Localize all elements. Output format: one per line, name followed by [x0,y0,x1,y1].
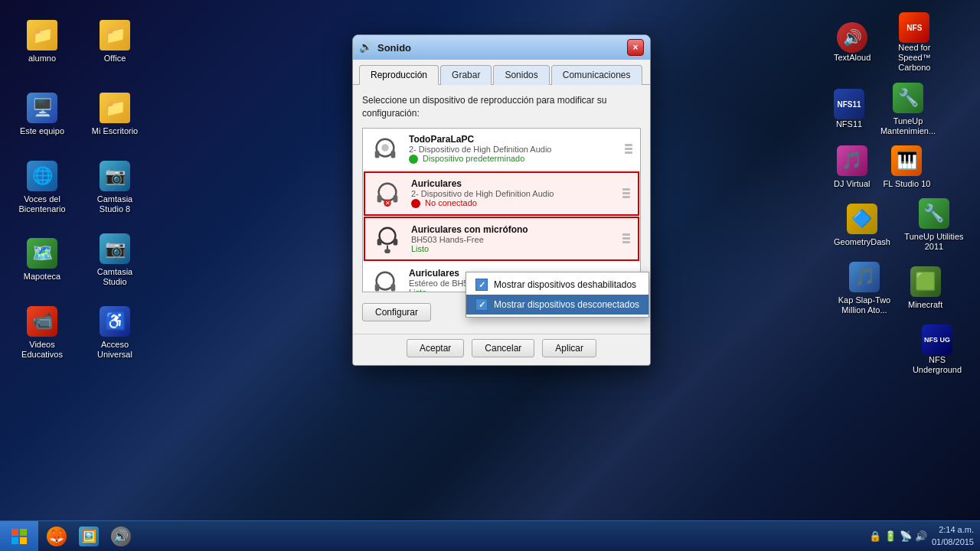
tray-icon-1: 🔒 [869,530,881,542]
context-menu-item-0[interactable]: ✓ Mostrar dispositivos deshabilitados [466,275,648,295]
dialog-content: Seleccione un dispositivo de reproducció… [353,85,650,298]
checkbox-0: ✓ [475,279,488,291]
taskbar-right: 🔒 🔋 📡 🔊 2:14 a.m. 01/08/2015 [863,524,980,548]
dialog-titlebar: 🔊 Sonido × [353,35,650,60]
system-tray: 🔒 🔋 📡 🔊 [869,530,927,542]
textaloud-icon: 🔊 [837,22,867,53]
desktop-icon-acceso[interactable]: ♿ Acceso Universal [80,298,149,367]
desktop-icon-mapoteca[interactable]: 🗺️ Mapoteca [8,226,77,295]
device-item-0[interactable]: TodoParaLaPC 2- Dispositivo de High Defi… [363,129,640,171]
svg-rect-17 [11,529,18,536]
svg-point-3 [381,144,389,152]
icon-label: Minecraft [908,300,942,310]
desktop-icon-este-equipo[interactable]: 🖥️ Este equipo [8,80,77,149]
start-button[interactable] [0,521,38,552]
device-info-0: TodoParaLaPC 2- Dispositivo de High Defi… [409,134,620,164]
icon-label: Need for Speed™ Carbono [884,43,945,73]
cancel-button[interactable]: Cancelar [472,339,534,357]
computer-icon: 🖥️ [27,93,57,123]
flstudio-icon: 🎹 [891,145,922,176]
context-menu-label-0: Mostrar dispositivos deshabilitados [494,279,636,290]
desktop-icon-nfs-carbono[interactable]: NFS Need for Speed™ Carbono [879,8,949,78]
device-bar-0 [625,134,634,165]
desktop-icon-office[interactable]: 📁 Office [80,8,149,77]
svg-rect-6 [394,194,398,202]
icon-label: TextAloud [834,53,871,63]
icon-label: alumno [28,54,56,64]
taskbar-photo[interactable]: 🖼️ [74,522,104,551]
dialog-close-button[interactable]: × [627,39,644,56]
desktop-icon-textaloud[interactable]: 🔊 TextAloud [829,8,875,78]
svg-rect-10 [377,239,382,246]
device-info-2: Auriculares con micrófono BH503 Hands-Fr… [411,224,618,253]
desktop-icon-tuneup-mant[interactable]: 🔧 TuneUp Mantenimien... [873,78,943,141]
tab-grabar[interactable]: Grabar [440,65,492,85]
device-list[interactable]: TodoParaLaPC 2- Dispositivo de High Defi… [362,128,641,292]
device-status-0: Dispositivo predeterminado [409,154,620,164]
desktop-icon-tuneup2011[interactable]: 🔧 TuneUp Utilities 2011 [899,194,969,256]
icon-label: Mi Escritorio [92,126,139,136]
svg-rect-20 [20,537,27,544]
minecraft-icon: 🟩 [910,266,941,297]
icon-label: FL Studio 10 [883,179,930,189]
taskbar-firefox[interactable]: 🦊 [41,522,72,551]
device-item-2[interactable]: Auriculares con micrófono BH503 Hands-Fr… [364,217,639,261]
device-desc-0: 2- Dispositivo de High Definition Audio [409,145,620,154]
status-dot-0 [409,155,418,164]
tray-icon-3: 📡 [900,530,912,542]
desktop-icons-right: 🔊 TextAloud NFS Need for Speed™ Carbono … [822,0,980,387]
device-desc-2: BH503 Hands-Free [411,235,618,244]
svg-rect-2 [391,150,396,158]
tab-comunicaciones[interactable]: Comunicaciones [551,65,642,85]
apply-button[interactable]: Aplicar [542,339,596,357]
instruction-text: Seleccione un dispositivo de reproducció… [362,94,641,120]
configure-button[interactable]: Configurar [362,303,431,321]
dialog-title: Sonido [377,42,411,54]
icon-label: Office [104,54,126,64]
icon-label: TuneUp Mantenimien... [877,116,939,136]
desktop-icon-nfs-underground[interactable]: NFS UG NFS Underground [902,320,972,380]
svg-rect-15 [375,283,380,291]
device-name-0: TodoParaLaPC [409,134,620,145]
svg-rect-5 [377,194,382,202]
device-name-2: Auriculares con micrófono [411,224,618,235]
desktop-icon-nfs11[interactable]: NFS11 NFS11 [829,78,869,141]
taskbar-icons: 🦊 🖼️ 🔊 [38,522,139,551]
desktop-icon-geodash[interactable]: 🔷 GeometryDash [829,194,895,256]
nfs-underground-icon: NFS UG [922,324,952,355]
desktop-icon-dj-virtual[interactable]: 🎵 DJ Virtual [829,141,874,194]
device-item-1[interactable]: ✕ Auriculares 2- Dispositivo de High Def… [364,171,639,216]
desktop-icon-escritorio[interactable]: 📁 Mi Escritorio [80,80,149,149]
context-menu-item-1[interactable]: ✓ Mostrar dispositivos desconectados [466,295,648,315]
taskbar-speaker[interactable]: 🔊 [106,522,136,551]
svg-point-13 [384,249,390,253]
desktop-icon-minecraft[interactable]: 🟩 Minecraft [903,257,947,320]
desktop-icon-alumno[interactable]: 📁 alumno [8,8,77,77]
sound-title-icon: 🔊 [359,41,373,54]
firefox-icon: 🦊 [47,527,67,546]
desktop-icon-camtasia8[interactable]: 📷 Camtasia Studio 8 [80,153,149,222]
desktop-icon-flstudio[interactable]: 🎹 FL Studio 10 [878,141,935,194]
desktop-icon-voces[interactable]: 🌐 Voces del Bicentenario [8,153,77,222]
clock-time: 2:14 a.m. [932,524,974,536]
video-icon: 📹 [27,306,57,337]
geodash-icon: 🔷 [847,204,877,234]
tab-reproduccion[interactable]: Reproducción [359,65,439,85]
tab-sonidos[interactable]: Sonidos [493,65,549,85]
device-icon-0 [369,133,401,165]
desktop-icon-camtasia[interactable]: 📷 Camtasia Studio [80,226,149,295]
nfs11-icon: NFS11 [834,89,864,119]
action-buttons: Aceptar Cancelar Aplicar [353,334,650,365]
tuneup-icon: 🔧 [893,83,923,113]
accept-button[interactable]: Aceptar [407,339,464,357]
device-status-2: Listo [411,244,618,253]
icon-label: Este equipo [20,126,64,136]
desktop-icon-videos[interactable]: 📹 Videos Educativos [8,298,77,367]
device-bar-2 [622,223,632,254]
desktop-icon-kap[interactable]: 🎵 Kap Slap-Two Million Ato... [829,257,900,320]
device-name-1: Auriculares [411,178,618,189]
tuneup2011-icon: 🔧 [919,198,949,229]
svg-rect-16 [391,283,396,291]
device-icon-1: ✕ [371,178,403,210]
folder-icon: 📁 [27,20,57,51]
